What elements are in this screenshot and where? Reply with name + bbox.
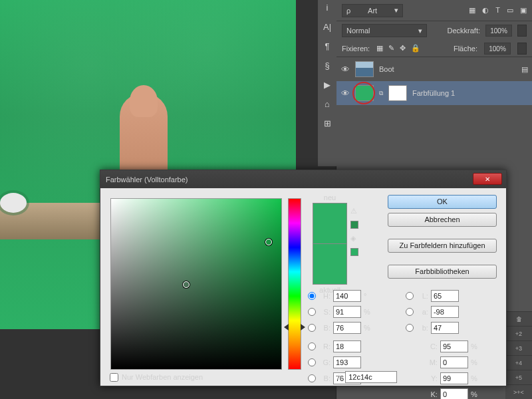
- radio-b[interactable]: [308, 324, 316, 332]
- lock-row: Fixieren: ▦ ✎ ✥ 🔒 Fläche: 100%: [336, 40, 532, 57]
- mask-thumb[interactable]: [388, 85, 407, 101]
- info-icon[interactable]: i: [327, 3, 329, 13]
- layer-row-fill[interactable]: 👁 ⧉ Farbfüllung 1: [336, 81, 532, 105]
- libraries-button[interactable]: Farbbibliotheken: [388, 265, 497, 279]
- input-a[interactable]: [431, 306, 459, 318]
- dialog-titlebar[interactable]: Farbwähler (Volltonfarbe) ✕: [100, 170, 506, 188]
- filter-pixel-icon[interactable]: ▦: [469, 6, 475, 15]
- radio-s[interactable]: [308, 308, 316, 316]
- warn-icons: ⚠ ◈: [350, 207, 358, 256]
- swatches-icon[interactable]: ⌂: [325, 99, 330, 109]
- visibility-icon[interactable]: 👁: [340, 65, 350, 74]
- fill-value[interactable]: 100%: [484, 43, 511, 55]
- blend-mode-select[interactable]: Normal▾: [342, 24, 427, 37]
- layer-thumb[interactable]: [355, 61, 374, 77]
- radio-lb[interactable]: [406, 324, 414, 332]
- saturation-field[interactable]: [110, 198, 282, 370]
- link-icon[interactable]: ⧉: [379, 90, 383, 97]
- layer-kind-select[interactable]: ρArt▾: [342, 4, 403, 17]
- cancel-button[interactable]: Abbrechen: [388, 213, 497, 227]
- input-h[interactable]: [333, 290, 361, 302]
- ok-button[interactable]: OK: [388, 195, 497, 209]
- input-g[interactable]: [333, 356, 361, 368]
- input-lb[interactable]: [431, 322, 459, 334]
- layers-header: ρArt▾ ▦ ◐ T ▭ ▣: [336, 0, 532, 21]
- panel-tab[interactable]: >+<: [505, 384, 532, 399]
- color-marker-current[interactable]: [183, 281, 190, 288]
- lock-label: Fixieren:: [342, 45, 370, 53]
- layer-filter-icons[interactable]: ▦ ◐ T ▭ ▣: [469, 6, 527, 15]
- input-c[interactable]: [440, 340, 468, 352]
- blend-row: Normal▾ Deckkraft: 100%: [336, 21, 532, 40]
- gamut-swatch[interactable]: [350, 221, 358, 229]
- close-button[interactable]: ✕: [473, 173, 502, 185]
- char-panel-icon[interactable]: A|: [323, 22, 331, 32]
- preview-current[interactable]: [313, 243, 347, 285]
- preview-column: neu aktuell: [307, 194, 353, 294]
- filter-adjust-icon[interactable]: ◐: [482, 6, 489, 15]
- panel-tab[interactable]: +2: [505, 326, 532, 340]
- panel-tab[interactable]: +3: [505, 340, 532, 355]
- filter-smart-icon[interactable]: ▣: [520, 6, 527, 15]
- preview-new[interactable]: [313, 203, 347, 244]
- filter-type-icon[interactable]: T: [495, 6, 500, 15]
- opacity-value[interactable]: 100%: [485, 25, 512, 37]
- lock-trans-icon[interactable]: ▦: [376, 44, 383, 53]
- snap-icon[interactable]: §: [325, 61, 329, 70]
- layer-row-boot[interactable]: 👁 Boot ▤: [336, 57, 532, 81]
- web-only-checkbox[interactable]: Nur Webfarben anzeigen: [110, 373, 203, 382]
- opacity-label: Deckkraft:: [447, 27, 480, 35]
- color-marker-new[interactable]: [265, 239, 272, 245]
- opacity-stepper[interactable]: [517, 25, 527, 37]
- hex-label: #: [337, 373, 341, 381]
- gamut-warn-icon[interactable]: ⚠: [350, 207, 358, 215]
- radio-h[interactable]: [308, 292, 316, 300]
- trash-icon[interactable]: 🗑: [505, 311, 532, 326]
- web-swatch[interactable]: [350, 248, 358, 256]
- input-k[interactable]: [440, 388, 468, 399]
- input-hex[interactable]: [345, 371, 397, 383]
- input-r[interactable]: [333, 340, 361, 352]
- radio-g[interactable]: [308, 358, 316, 366]
- cube-icon[interactable]: ◈: [350, 234, 358, 243]
- input-l[interactable]: [431, 290, 459, 302]
- fill-label: Fläche:: [454, 45, 477, 53]
- filter-icon[interactable]: ▤: [521, 65, 528, 74]
- radio-r[interactable]: [308, 342, 316, 350]
- filter-shape-icon[interactable]: ▭: [507, 6, 513, 15]
- hex-row: Nur Webfarben anzeigen #: [110, 371, 397, 383]
- lock-all-icon[interactable]: 🔒: [411, 44, 420, 53]
- hue-slider[interactable]: [288, 198, 301, 370]
- fill-thumb[interactable]: [355, 85, 374, 101]
- dialog-title: Farbwähler (Volltonfarbe): [106, 176, 188, 184]
- grid-icon[interactable]: ⊞: [324, 118, 331, 128]
- new-label: neu: [324, 194, 336, 201]
- input-b[interactable]: [333, 322, 361, 334]
- color-picker-dialog: Farbwähler (Volltonfarbe) ✕ neu aktuell …: [100, 170, 507, 386]
- input-m[interactable]: [440, 356, 468, 368]
- layer-name[interactable]: Boot: [379, 65, 394, 73]
- radio-l[interactable]: [406, 292, 414, 300]
- panel-tab[interactable]: +4: [505, 355, 532, 370]
- vertical-toolbar: i A| ¶ § ▶ ⌂ ⊞: [318, 0, 336, 166]
- add-swatch-button[interactable]: Zu Farbfeldern hinzufügen: [388, 239, 497, 253]
- radio-a[interactable]: [406, 308, 414, 316]
- visibility-icon[interactable]: 👁: [340, 88, 350, 98]
- para-panel-icon[interactable]: ¶: [325, 41, 330, 51]
- collapsed-panels: 🗑 +2 +3 +4 +5 >+<: [505, 311, 532, 399]
- input-s[interactable]: [333, 306, 361, 318]
- dialog-buttons: OK Abbrechen Zu Farbfeldern hinzufügen F…: [388, 195, 497, 279]
- lock-pixels-icon[interactable]: ✎: [388, 44, 394, 53]
- layer-name[interactable]: Farbfüllung 1: [412, 89, 455, 97]
- play-icon[interactable]: ▶: [324, 80, 331, 90]
- panel-tab[interactable]: +5: [505, 370, 532, 384]
- lock-icons[interactable]: ▦ ✎ ✥ 🔒: [376, 44, 420, 53]
- lock-pos-icon[interactable]: ✥: [400, 44, 406, 53]
- fill-stepper[interactable]: [517, 43, 527, 55]
- input-y[interactable]: [440, 372, 468, 384]
